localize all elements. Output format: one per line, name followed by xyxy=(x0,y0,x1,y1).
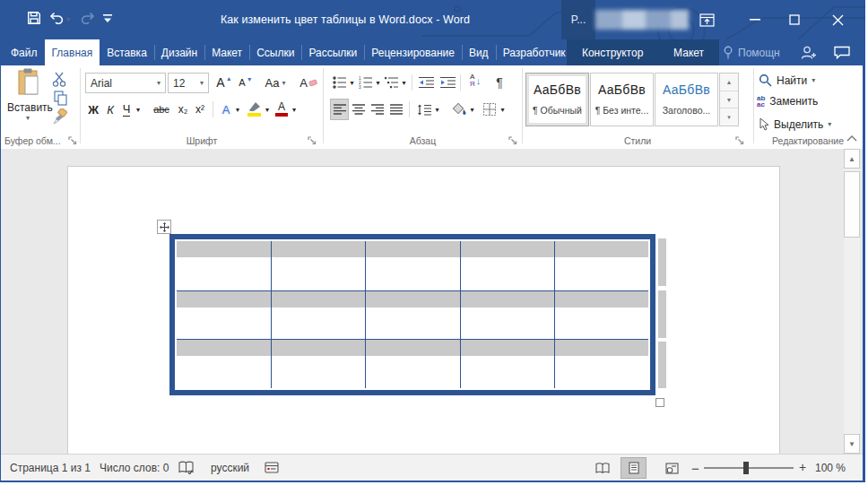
find-dropdown-icon[interactable]: ▾ xyxy=(812,76,815,84)
read-mode-button[interactable] xyxy=(590,458,614,478)
macro-record-icon[interactable] xyxy=(265,462,279,473)
shrink-font-button[interactable]: А▼ xyxy=(236,73,256,92)
table-cell[interactable] xyxy=(460,339,554,388)
page-count[interactable]: Страница 1 из 1 xyxy=(10,462,91,474)
tell-me-help[interactable]: Помощн xyxy=(723,39,780,65)
clipboard-dialog-launcher-icon[interactable] xyxy=(68,136,77,145)
minimize-button[interactable] xyxy=(740,0,770,39)
shading-button[interactable] xyxy=(450,100,468,119)
comments-icon[interactable] xyxy=(834,46,850,59)
numbering-button[interactable]: 123 xyxy=(357,73,375,92)
table-cell[interactable] xyxy=(554,241,648,290)
replace-button[interactable]: abac Заменить xyxy=(757,95,818,108)
signin-account[interactable]: P... xyxy=(561,0,595,39)
table-cell[interactable] xyxy=(460,241,554,290)
scroll-down-button[interactable]: ▼ xyxy=(844,434,860,454)
style-heading[interactable]: АаБбВв Заголово... xyxy=(655,73,718,126)
font-size-dropdown-icon[interactable]: ▾ xyxy=(195,79,208,87)
table-cell[interactable] xyxy=(554,290,648,340)
table-cell[interactable] xyxy=(177,241,271,290)
multilevel-list-button[interactable] xyxy=(383,73,401,92)
tab-design[interactable]: Дизайн xyxy=(154,39,204,65)
tab-table-layout[interactable]: Макет xyxy=(670,47,707,59)
paste-button[interactable]: Вставить ▾ xyxy=(7,68,48,133)
table-cell[interactable] xyxy=(271,339,365,388)
copy-icon[interactable] xyxy=(54,91,68,106)
zoom-slider-thumb[interactable] xyxy=(743,462,749,474)
styles-scroll-up-icon[interactable]: ▲ xyxy=(720,74,738,91)
tab-review[interactable]: Рецензирование xyxy=(364,39,462,65)
tab-home[interactable]: Главная xyxy=(45,39,100,65)
table-move-handle[interactable] xyxy=(157,220,171,234)
align-right-button[interactable] xyxy=(369,100,386,119)
ribbon-display-options-button[interactable] xyxy=(691,0,722,39)
tab-mailings[interactable]: Рассылки xyxy=(301,39,364,65)
superscript-button[interactable]: x² xyxy=(192,100,208,119)
tab-table-design[interactable]: Конструктор xyxy=(578,47,647,59)
table-cell[interactable] xyxy=(177,290,271,340)
bullets-button[interactable] xyxy=(331,73,349,92)
table-cell[interactable] xyxy=(365,241,459,290)
clear-formatting-button[interactable]: А xyxy=(297,73,320,92)
print-layout-button[interactable] xyxy=(621,458,646,478)
tab-file[interactable]: Файл xyxy=(4,39,45,65)
font-dialog-launcher-icon[interactable] xyxy=(308,136,317,145)
font-color-dropdown-icon[interactable]: ▾ xyxy=(290,100,299,119)
font-name-combobox[interactable]: Arial ▾ xyxy=(85,73,166,93)
find-button[interactable]: Найти ▾ xyxy=(759,74,815,87)
increase-indent-button[interactable] xyxy=(438,73,456,92)
underline-dropdown-icon[interactable]: ▾ xyxy=(134,100,143,119)
zoom-percentage[interactable]: 100 % xyxy=(815,462,846,474)
format-painter-icon[interactable] xyxy=(52,108,68,125)
language-indicator[interactable]: русский xyxy=(211,462,249,474)
tab-developer[interactable]: Разработчик xyxy=(496,39,573,65)
show-marks-button[interactable]: ¶ xyxy=(492,73,507,92)
change-case-button[interactable]: Aa▾ xyxy=(262,73,289,92)
paste-dropdown-icon[interactable]: ▾ xyxy=(7,114,48,122)
borders-button[interactable] xyxy=(481,100,499,119)
style-no-spacing[interactable]: АаБбВв ¶ Без инте... xyxy=(590,73,654,126)
shading-dropdown-icon[interactable]: ▾ xyxy=(468,100,476,119)
collapse-ribbon-icon[interactable] xyxy=(846,135,857,142)
underline-button[interactable]: Ч xyxy=(119,100,134,119)
web-layout-button[interactable] xyxy=(660,458,684,478)
sort-button[interactable]: АЯ ↓ xyxy=(465,71,485,91)
highlight-dropdown-icon[interactable]: ▾ xyxy=(263,100,272,119)
grow-font-button[interactable]: А▲ xyxy=(214,73,234,92)
line-spacing-button[interactable] xyxy=(414,100,434,119)
select-button[interactable]: Выделить ▾ xyxy=(759,117,831,131)
align-left-button[interactable] xyxy=(331,100,348,119)
tab-references[interactable]: Ссылки xyxy=(249,39,301,65)
document-area[interactable]: ▲ ▼ xyxy=(0,149,863,454)
strikethrough-button[interactable]: abc xyxy=(150,100,173,119)
word-count[interactable]: Число слов: 0 xyxy=(100,462,169,474)
table-cell[interactable] xyxy=(365,290,459,340)
line-spacing-dropdown-icon[interactable]: ▾ xyxy=(433,100,441,119)
table-cell[interactable] xyxy=(460,290,554,340)
table-cell[interactable] xyxy=(271,241,365,290)
justify-button[interactable] xyxy=(387,100,404,119)
share-person-icon[interactable] xyxy=(801,45,817,60)
font-color-button[interactable]: А xyxy=(273,100,290,119)
maximize-button[interactable] xyxy=(779,0,810,39)
font-size-combobox[interactable]: 12 ▾ xyxy=(168,73,209,93)
decrease-indent-button[interactable] xyxy=(417,73,435,92)
scroll-up-button[interactable]: ▲ xyxy=(844,149,860,169)
tab-layout[interactable]: Макет xyxy=(204,39,249,65)
borders-dropdown-icon[interactable]: ▾ xyxy=(499,100,507,119)
subscript-button[interactable]: x₂ xyxy=(175,100,191,119)
styles-gallery-more-icon[interactable]: ▾ xyxy=(720,108,738,126)
table-cell[interactable] xyxy=(365,339,459,388)
select-dropdown-icon[interactable]: ▾ xyxy=(828,120,831,128)
align-center-button[interactable] xyxy=(350,100,367,119)
font-name-dropdown-icon[interactable]: ▾ xyxy=(152,79,165,87)
zoom-in-button[interactable]: + xyxy=(799,460,806,474)
table-resize-handle[interactable] xyxy=(655,398,664,407)
zoom-slider-track[interactable] xyxy=(704,467,794,469)
text-effects-dropdown-icon[interactable]: ▾ xyxy=(233,100,242,119)
style-normal[interactable]: АаБбВв ¶ Обычный xyxy=(525,73,589,126)
paragraph-dialog-launcher-icon[interactable] xyxy=(508,136,517,145)
styles-dialog-launcher-icon[interactable] xyxy=(735,136,744,145)
bullets-dropdown-icon[interactable]: ▾ xyxy=(348,73,356,92)
italic-button[interactable]: К xyxy=(102,100,118,119)
